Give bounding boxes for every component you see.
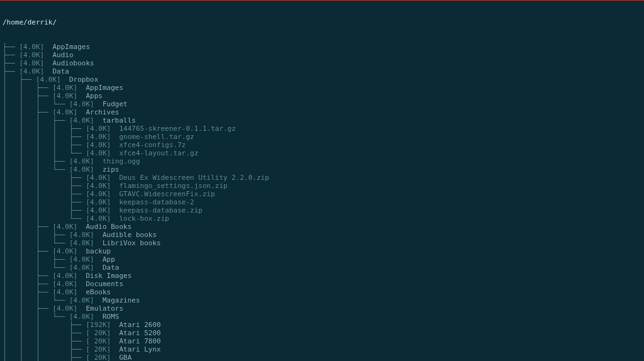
file-size: [4.0K]: [86, 174, 119, 182]
tree-branch: │ │ │ ├──: [3, 321, 86, 329]
directory-name: tarballs: [103, 116, 136, 125]
tree-row: │ │ ├── [4.0K] Audio Books: [3, 223, 641, 231]
tree-row: ├── [4.0K] Data: [3, 67, 641, 75]
directory-name: Audio Books: [86, 223, 131, 231]
file-name: xfce4-layout.tar.gz: [119, 149, 198, 157]
directory-name: Atari 2600: [119, 321, 160, 329]
tree-row: │ │ ├── [4.0K] eBooks: [3, 288, 641, 296]
tree-branch: │ │ ├──: [3, 223, 52, 231]
directory-name: Audio: [52, 51, 73, 59]
tree-row: │ │ │ ├── [4.0K] thing.ogg: [3, 157, 641, 165]
file-size: [4.0K]: [19, 51, 53, 59]
tree-row: │ │ │ └── [4.0K] Data: [3, 264, 641, 272]
tree-branch: │ │ │ └──: [3, 313, 69, 321]
tree-branch: │ │ ├──: [3, 288, 52, 296]
terminal-output: /home/derrik/ ├── [4.0K] AppImages├── [4…: [0, 1, 644, 361]
file-size: [4.0K]: [86, 190, 119, 198]
tree-row: │ │ │ │ ├── [4.0K] xfce4-configs.7z: [3, 141, 641, 149]
directory-name: Emulators: [86, 304, 123, 313]
file-size: [4.0K]: [52, 280, 86, 288]
tree-row: │ │ ├── [4.0K] Archives: [3, 108, 641, 116]
directory-name: Disk Images: [86, 272, 131, 280]
file-name: thing.ogg: [103, 157, 140, 165]
file-size: [4.0K]: [36, 75, 69, 84]
file-size: [4.0K]: [86, 149, 119, 157]
file-size: [4.0K]: [69, 116, 103, 125]
directory-name: backup: [86, 247, 111, 255]
file-size: [ 20K]: [86, 329, 119, 337]
file-size: [4.0K]: [69, 239, 103, 247]
tree-branch: ├──: [3, 51, 19, 59]
tree-row: │ │ │ ├── [4.0K] Audible books: [3, 231, 641, 239]
tree-branch: │ │ │ ├──: [3, 255, 69, 264]
tree-row: │ │ │ │ ├── [4.0K] 144765-skreener-0.1.1…: [3, 125, 641, 133]
file-size: [4.0K]: [86, 125, 119, 133]
file-size: [4.0K]: [52, 108, 86, 116]
file-size: [4.0K]: [19, 59, 53, 67]
tree-branch: │ │ │ ├──: [3, 174, 86, 182]
directory-name: Magazines: [103, 296, 140, 304]
file-name: GTAVC.WidescreenFix.zip: [119, 190, 214, 198]
tree-branch: │ │ │ └──: [3, 264, 69, 272]
tree-row: │ │ ├── [4.0K] AppImages: [3, 84, 641, 92]
tree-row: │ │ ├── [4.0K] Documents: [3, 280, 641, 288]
directory-name: Data: [52, 67, 69, 75]
tree-branch: │ │ │ │ ├──: [3, 141, 86, 149]
file-size: [4.0K]: [86, 214, 119, 223]
tree-branch: ├──: [3, 43, 19, 51]
file-size: [4.0K]: [86, 198, 119, 206]
tree-row: │ │ │ └── [4.0K] zips: [3, 165, 641, 174]
file-name: lock-box.zip: [119, 214, 169, 223]
directory-name: Documents: [86, 280, 123, 288]
tree-branch: │ │ ├──: [3, 247, 52, 255]
tree-row: │ │ │ └── [4.0K] Fudget: [3, 100, 641, 108]
directory-name: Dropbox: [69, 75, 98, 84]
file-name: keepass-database-2: [119, 198, 194, 206]
file-name: Deus Ex Widescreen Utility 2.2.0.zip: [119, 174, 269, 182]
tree-listing: ├── [4.0K] AppImages├── [4.0K] Audio├── …: [3, 43, 641, 361]
tree-branch: │ │ │ ├──: [3, 206, 86, 214]
file-size: [4.0K]: [86, 182, 119, 190]
directory-name: AppImages: [52, 43, 90, 51]
tree-row: │ │ │ ├── [4.0K] App: [3, 255, 641, 264]
file-size: [4.0K]: [19, 43, 53, 51]
tree-branch: │ │ │ ├──: [3, 345, 86, 353]
tree-row: │ │ │ │ └── [4.0K] xfce4-layout.tar.gz: [3, 149, 641, 157]
tree-branch: │ │ ├──: [3, 84, 52, 92]
directory-name: App: [103, 255, 115, 264]
tree-branch: │ │ │ ├──: [3, 116, 69, 125]
file-size: [4.0K]: [69, 231, 103, 239]
tree-branch: │ │ ├──: [3, 280, 52, 288]
tree-branch: │ │ ├──: [3, 92, 52, 100]
file-name: gnome-shell.tar.gz: [119, 133, 194, 141]
directory-name: GBA: [119, 353, 131, 361]
tree-row: │ │ │ ├── [4.0K] keepass-database.zip: [3, 206, 641, 214]
tree-branch: ├──: [3, 59, 19, 67]
tree-branch: │ │ │ └──: [3, 296, 69, 304]
tree-row: │ ├── [4.0K] Dropbox: [3, 75, 641, 84]
file-size: [4.0K]: [69, 264, 103, 272]
file-size: [ 20K]: [86, 345, 119, 353]
tree-branch: │ │ │ └──: [3, 100, 69, 108]
tree-branch: ├──: [3, 67, 19, 75]
file-size: [4.0K]: [69, 165, 103, 174]
file-size: [4.0K]: [19, 67, 53, 75]
tree-row: │ │ │ ├── [4.0K] GTAVC.WidescreenFix.zip: [3, 190, 641, 198]
tree-row: │ │ │ ├── [4.0K] flamingo_settings.json.…: [3, 182, 641, 190]
tree-branch: │ │ │ ├──: [3, 157, 69, 165]
file-size: [4.0K]: [52, 223, 86, 231]
file-size: [4.0K]: [86, 141, 119, 149]
tree-row: │ │ │ ├── [ 20K] Atari Lynx: [3, 345, 641, 353]
tree-row: │ │ ├── [4.0K] Disk Images: [3, 272, 641, 280]
tree-row: │ │ │ │ ├── [4.0K] gnome-shell.tar.gz: [3, 133, 641, 141]
tree-row: │ │ ├── [4.0K] Emulators: [3, 304, 641, 313]
file-size: [4.0K]: [69, 296, 103, 304]
directory-name: Atari 7800: [119, 337, 160, 345]
file-size: [4.0K]: [69, 255, 103, 264]
tree-row: │ │ ├── [4.0K] Apps: [3, 92, 641, 100]
tree-row: │ │ │ ├── [ 20K] Atari 7800: [3, 337, 641, 345]
tree-row: │ │ ├── [4.0K] backup: [3, 247, 641, 255]
directory-name: Archives: [86, 108, 119, 116]
directory-name: Data: [103, 264, 119, 272]
tree-branch: │ │ │ ├──: [3, 190, 86, 198]
